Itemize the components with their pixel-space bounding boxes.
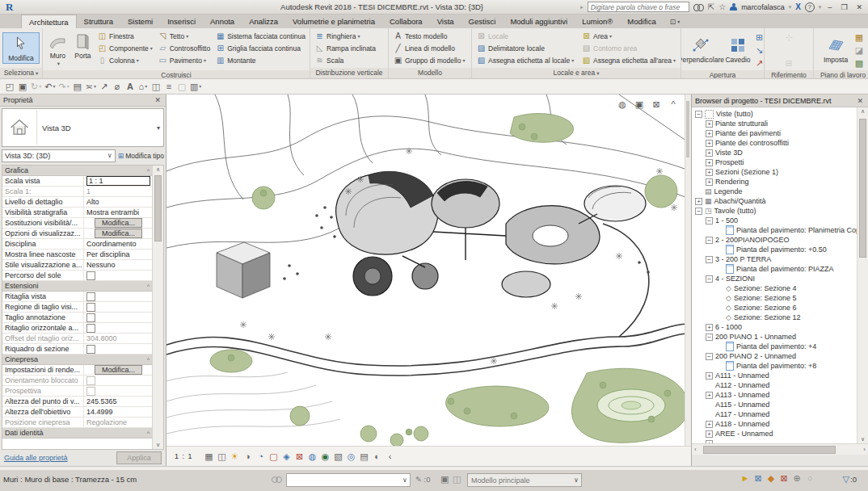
ribbon-rampa-inclinata-button[interactable]: ◺Rampa inclinata [313,42,377,54]
editing-requests[interactable]: ✎ :0 [415,475,431,484]
drawing-area[interactable]: ◍▣⊠^ 1 : 1 ▦◫☀◑◔▢◈⊠◍◉▧◎▤◐‹ [166,94,691,466]
property-row-livello-di-dettaglio[interactable]: Livello di dettaglioAlto [2,197,152,208]
redo-icon[interactable]: ↷▾ [58,81,69,92]
property-row-stile-visualizzazione-a[interactable]: Stile visualizzazione a...Nessuno [2,260,152,271]
property-row-impostazioni-di-rende[interactable]: Impostazioni di rende...Modifica... [2,365,152,376]
property-row-scala-vista[interactable]: Scala vista1 : 1 [2,176,152,187]
expand-icon[interactable]: + [706,430,713,438]
tree-scroll-up-icon[interactable]: ∧ [857,108,868,115]
minimize-button[interactable]: – [825,3,834,11]
panel-label-costruisci[interactable]: Costruisci [43,70,310,78]
default-3d-view-icon[interactable]: ⌂▾ [138,81,148,92]
select-by-face-toggle-icon[interactable]: ⊠ [779,472,789,484]
temporary-hide-isolate-icon[interactable]: ◉ [321,451,331,462]
undo-icon[interactable]: ↶▾ [44,81,55,92]
design-option-combo[interactable]: ∨ [286,473,411,487]
tree-item-a117-unnamed[interactable]: A117 - Unnamed [692,409,857,419]
tab-modifica[interactable]: Modifica [620,15,663,28]
property-section-dati-identit[interactable]: Dati identità^ [2,428,152,439]
workset-dialog-icon[interactable]: ◫ [453,474,461,485]
property-checkbox[interactable] [86,345,95,354]
switch-windows-icon[interactable]: ▥▾ [190,81,201,92]
temporary-view-properties-icon[interactable]: ◎ [347,451,356,462]
property-checkbox[interactable] [86,313,95,322]
tab-inserisci[interactable]: Inserisci [160,15,203,28]
tab-collabora[interactable]: Collabora [382,15,430,28]
ribbon-tetto-button[interactable]: ◹Tetto▾ [156,30,212,42]
ribbon-scala-button[interactable]: ≋Scala [313,54,377,66]
tree-item-a118-unnamed[interactable]: +A118 - Unnamed [692,419,857,429]
help-icon[interactable]: ? [805,2,815,12]
crop-view-icon[interactable]: ▢ [269,451,279,462]
subscription-icon[interactable]: ⇱ [708,3,714,11]
ribbon-griglia-facciata-continua-button[interactable]: ⊞Griglia facciata continua [213,42,307,54]
tree-item-sezione-sezione-5[interactable]: ◇Sezione: Sezione 5 [692,293,857,303]
ribbon-assegna-etichetta-all-area-button[interactable]: ▧Assegna etichetta all'area▾ [579,54,677,66]
ribbon-sistema-facciata-continua-button[interactable]: ▦Sistema facciata continua [213,30,307,42]
active-workset-combo[interactable]: Modello principale∨ [467,473,582,487]
property-row-opzioni-di-visualizzaz[interactable]: Opzioni di visualizzaz...Modifica... [2,229,152,239]
ribbon-delimitatore-locale-button[interactable]: ▨Delimitatore locale [474,42,578,54]
synchronize-icon[interactable]: ↻▾ [31,81,41,92]
measure-icon[interactable]: ≍▾ [86,81,96,92]
close-button[interactable]: ✕ [853,3,865,11]
tree-item-rendering[interactable]: +Rendering [692,177,857,187]
expand-icon[interactable]: + [706,149,713,157]
expand-icon[interactable]: + [695,198,702,205]
ribbon-pavimento-button[interactable]: ▭Pavimento▾ [156,54,212,66]
navbar-collapse-icon[interactable]: ^ [668,99,678,110]
tree-scrollbar[interactable]: ∧ ∨ [857,107,868,443]
property-row-scala-1[interactable]: Scala 1:1 [2,187,152,197]
expand-icon[interactable]: + [706,324,713,331]
property-row-regione-di-taglio-visi[interactable]: Regione di taglio visi... [2,302,152,313]
zoom-control-icon[interactable]: ▣ [634,99,644,110]
opening-vertical-icon[interactable]: ↘ [755,44,765,56]
aligned-dimension-icon[interactable]: ↗ [99,81,109,92]
property-edit-button[interactable]: Modifica... [95,229,142,238]
property-checkbox[interactable] [86,324,95,333]
expand-icon[interactable]: + [706,159,713,166]
muro-button[interactable]: Muro▾ [45,30,70,69]
scroll-up-icon[interactable]: ∧ [153,166,163,173]
property-row-orientamento-bloccato[interactable]: Orientamento bloccato [2,376,152,386]
property-row-prospettiva[interactable]: Prospettiva [2,386,152,397]
collapse-icon[interactable]: − [695,111,702,118]
tab-volumetrie-e-planimetria[interactable]: Volumetrie e planimetria [285,15,382,28]
model-3d-view[interactable] [166,94,691,447]
property-checkbox[interactable] [86,303,95,312]
selection-filter[interactable]: ▽ :0 [843,474,857,485]
expand-icon[interactable]: + [706,140,713,147]
editable-only-icon[interactable] [272,476,282,483]
property-section-estensioni[interactable]: Estensioni^ [2,281,152,292]
tab-struttura[interactable]: Struttura [77,15,120,28]
property-checkbox[interactable] [86,271,95,280]
collapse-icon[interactable]: − [706,275,713,283]
property-row-sostituzioni-visibilit[interactable]: Sostituzioni visibilità/...Modifica... [2,218,152,229]
expand-icon[interactable]: + [706,169,713,176]
tag-by-category-icon[interactable]: ⌀ [112,81,122,92]
porta-button[interactable]: Porta [72,30,94,61]
tree-item-sezioni-sezione-1[interactable]: +Sezioni (Sezione 1) [692,167,857,177]
section-icon[interactable]: ◫ [151,81,161,92]
property-row-disciplina[interactable]: DisciplinaCoordinamento [2,239,152,250]
property-section-cinepresa[interactable]: Cinepresa^ [2,355,152,365]
drag-on-selection-toggle-icon[interactable]: ⊕ [792,472,802,484]
property-checkbox[interactable] [86,292,95,301]
tree-item-4-sezioni[interactable]: −4 - SEZIONI [692,274,857,283]
project-browser-close-icon[interactable]: ✕ [855,97,865,105]
select-pinned-toggle-icon[interactable]: ◆ [766,472,776,484]
scroll-down-icon[interactable]: ∨ [153,442,163,448]
tree-item-1-500[interactable]: −1 - 500 [692,216,857,225]
tree-item-6-1000[interactable]: +6 - 1000 [692,322,857,332]
crop-region-icon[interactable]: ◈ [282,451,292,462]
ribbon-colonna-button[interactable]: ▯Colonna▾ [95,54,154,66]
properties-close-icon[interactable]: ✕ [153,96,162,104]
tree-scroll-right-icon[interactable]: › [863,444,866,455]
tree-scroll-left-icon[interactable]: ‹ [694,444,697,455]
property-value-input[interactable]: 1 : 1 [86,176,150,186]
tree-item-piante-strutturali[interactable]: +Piante strutturali [692,119,857,128]
canvas-scrollbar[interactable] [685,94,691,447]
panel-label-riferimento[interactable]: Riferimento [765,70,813,78]
tab-sistemi[interactable]: Sistemi [120,15,160,28]
tree-item-viste-3d[interactable]: +Viste 3D [692,148,857,157]
